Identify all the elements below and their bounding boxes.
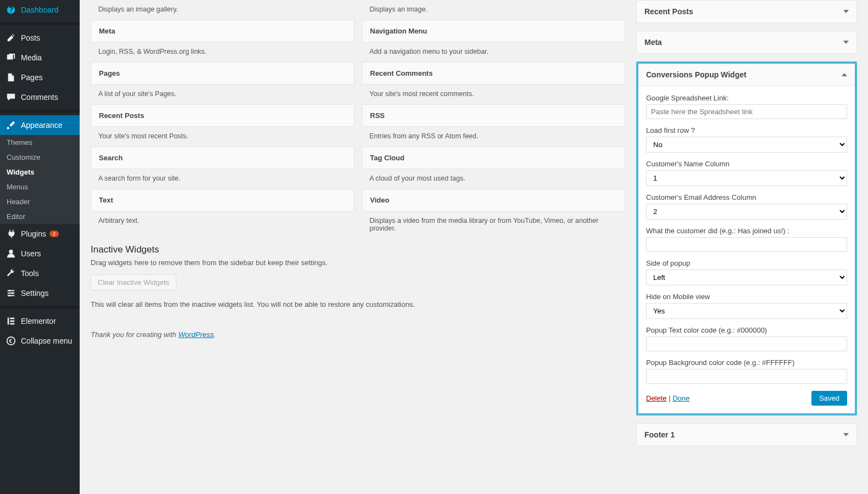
name-column-select[interactable]: 1 — [646, 170, 847, 186]
sidebar-item-tools[interactable]: Tools — [0, 263, 80, 283]
available-widget-cell: PagesA list of your site's Pages. — [91, 62, 354, 104]
available-widget-desc: A cloud of your most used tags. — [362, 169, 626, 189]
hide-mobile-label: Hide on Mobile view — [646, 293, 847, 301]
elementor-icon — [5, 316, 16, 327]
sidebar-item-label: Tools — [21, 269, 39, 278]
sidebar-separator — [0, 306, 80, 308]
available-widget-tile[interactable]: Search — [91, 147, 354, 169]
clear-inactive-widgets-button[interactable]: Clear Inactive Widgets — [91, 274, 176, 290]
available-widget-tile[interactable]: Recent Comments — [362, 62, 626, 85]
media-icon — [5, 52, 16, 63]
wrench-icon — [5, 268, 16, 279]
chevron-down-icon — [843, 433, 849, 436]
text-color-label: Popup Text color code (e.g.: #000000) — [646, 326, 847, 334]
available-widget-tile[interactable]: Recent Posts — [91, 104, 354, 127]
available-widget-desc: Add a navigation menu to your sidebar. — [362, 42, 626, 62]
sidebar-item-label: Users — [21, 249, 41, 258]
chevron-up-icon — [842, 73, 847, 76]
widget-title: Conversions Popup Widget — [646, 70, 747, 79]
page-icon — [5, 72, 16, 83]
bg-color-label: Popup Background color code (e.g.: #FFFF… — [646, 358, 847, 367]
bg-color-input[interactable] — [646, 369, 847, 384]
widget-area-header[interactable]: Footer 1 — [637, 424, 856, 446]
sidebar-item-label: Comments — [21, 93, 58, 102]
action-text-input[interactable] — [646, 237, 847, 252]
widget-area-title: Footer 1 — [644, 430, 675, 439]
name-column-label: Customer's Name Column — [646, 160, 847, 168]
sidebar-item-appearance[interactable]: Appearance — [0, 115, 80, 135]
sidebar-sub-editor[interactable]: Editor — [0, 209, 80, 224]
available-widget-tile[interactable]: Meta — [91, 20, 354, 42]
sidebar-item-posts[interactable]: Posts — [0, 28, 80, 48]
conversions-popup-form: Google Spreadsheet Link: Load first row … — [638, 86, 855, 413]
plug-icon — [5, 228, 16, 239]
widget-area-title: Meta — [644, 38, 662, 47]
available-widget-tile[interactable]: Pages — [91, 62, 354, 85]
clear-inactive-desc: This will clear all items from the inact… — [91, 300, 625, 308]
collapse-icon — [5, 335, 16, 346]
sidebar-item-label: Posts — [21, 33, 40, 42]
sidebar-item-media[interactable]: Media — [0, 48, 80, 68]
inactive-widgets-desc: Drag widgets here to remove them from th… — [91, 259, 625, 267]
available-widget-cell: Recent PostsYour site's most recent Post… — [91, 104, 354, 147]
available-widget-desc: Your site's most recent comments. — [362, 85, 626, 104]
wordpress-link[interactable]: WordPress — [179, 330, 214, 339]
load-first-row-label: Load first row ? — [646, 126, 847, 134]
available-widget-desc: Arbitrary text. — [91, 211, 354, 231]
available-widget-desc: Your site's most recent Posts. — [91, 127, 354, 147]
inactive-widgets-heading: Inactive Widgets — [91, 244, 625, 255]
sidebar-item-settings[interactable]: Settings — [0, 283, 80, 303]
sidebar-item-dashboard[interactable]: Dashboard — [0, 0, 80, 20]
available-widget-cell: Displays an image. — [362, 0, 626, 20]
available-widget-desc: Displays an image. — [362, 0, 626, 20]
action-text-label: What the customer did (e.g.: Has joined … — [646, 227, 847, 235]
sidebar-sub-customize[interactable]: Customize — [0, 150, 80, 165]
available-widget-tile[interactable]: Video — [362, 189, 626, 211]
sidebar-sub-menus[interactable]: Menus — [0, 179, 80, 194]
sidebar-item-label: Elementor — [21, 317, 56, 325]
svg-point-8 — [7, 337, 15, 345]
side-select[interactable]: Left — [646, 270, 847, 285]
plugins-update-badge: 2 — [49, 231, 59, 237]
admin-sidebar: Dashboard Posts Media Pages Comments App… — [0, 0, 80, 494]
email-column-label: Customer's Email Address Column — [646, 193, 847, 201]
conversions-popup-header[interactable]: Conversions Popup Widget — [638, 64, 855, 86]
sidebar-sub-themes[interactable]: Themes — [0, 135, 80, 150]
available-widgets-column: Displays an image gallery.Displays an im… — [91, 0, 625, 483]
available-widget-desc: Entries from any RSS or Atom feed. — [362, 127, 626, 147]
svg-point-2 — [12, 292, 14, 294]
available-widget-tile[interactable]: Navigation Menu — [362, 20, 626, 42]
sidebar-item-label: Dashboard — [21, 5, 59, 14]
hide-mobile-select[interactable]: Yes — [646, 303, 847, 319]
svg-rect-6 — [10, 321, 14, 322]
user-icon — [5, 248, 16, 259]
comment-icon — [5, 92, 16, 103]
available-widget-cell: Navigation MenuAdd a navigation menu to … — [362, 20, 626, 62]
sidebar-submenu-appearance: Themes Customize Widgets Menus Header Ed… — [0, 135, 80, 224]
google-spreadsheet-input[interactable] — [646, 104, 847, 119]
brush-icon — [5, 120, 16, 131]
widget-area-header[interactable]: Recent Posts — [637, 1, 856, 23]
svg-point-1 — [9, 290, 11, 292]
sidebar-item-comments[interactable]: Comments — [0, 87, 80, 107]
text-color-input[interactable] — [646, 336, 847, 351]
sidebar-item-pages[interactable]: Pages — [0, 68, 80, 87]
sidebar-sub-header[interactable]: Header — [0, 194, 80, 209]
available-widget-tile[interactable]: Tag Cloud — [362, 147, 626, 169]
sidebar-sub-widgets[interactable]: Widgets — [0, 165, 80, 179]
delete-widget-link[interactable]: Delete — [646, 394, 667, 402]
email-column-select[interactable]: 2 — [646, 204, 847, 220]
pin-icon — [5, 32, 16, 43]
widget-area-header[interactable]: Meta — [637, 31, 856, 53]
sidebar-item-users[interactable]: Users — [0, 244, 80, 263]
sliders-icon — [5, 288, 16, 299]
available-widget-tile[interactable]: Text — [91, 189, 354, 211]
sidebar-item-plugins[interactable]: Plugins 2 — [0, 224, 80, 244]
saved-button[interactable]: Saved — [811, 391, 847, 406]
available-widget-desc: Displays a video from the media library … — [362, 211, 626, 239]
load-first-row-select[interactable]: No — [646, 137, 847, 153]
done-widget-link[interactable]: Done — [672, 394, 689, 402]
sidebar-item-collapse[interactable]: Collapse menu — [0, 331, 80, 351]
available-widget-tile[interactable]: RSS — [362, 104, 626, 127]
sidebar-item-elementor[interactable]: Elementor — [0, 311, 80, 331]
